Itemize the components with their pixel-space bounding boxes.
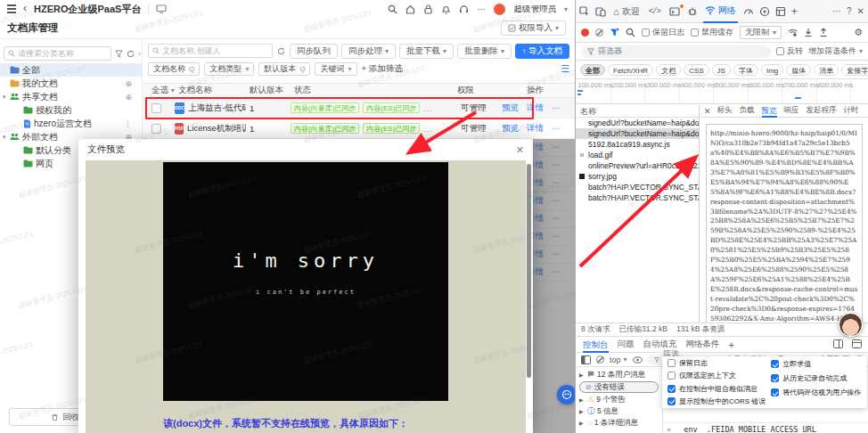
preview-content[interactable]: http://minio-hzero:9000/hz-haip/haip01/0…: [706, 124, 863, 323]
import-har-icon[interactable]: [804, 28, 813, 37]
console-setting-从历史记录自动完成[interactable]: 从历史记录自动完成: [771, 373, 862, 383]
console-setting-显示控制台中的CORS 错误[interactable]: 显示控制台中的CORS 错误: [667, 397, 766, 405]
assistant-avatar[interactable]: [839, 313, 863, 337]
filter-pill-文档类型[interactable]: 文档类型▾: [204, 62, 254, 76]
console-filter-没有错误[interactable]: ⊘没有错误: [579, 381, 659, 393]
checkbox[interactable]: [771, 374, 779, 382]
console-setting-在控制台中组合相似消息[interactable]: 在控制台中组合相似消息: [667, 385, 766, 393]
close-devtools-icon[interactable]: ✕: [857, 6, 864, 16]
toolbar-button-批量删除[interactable]: 批量删除▾: [457, 44, 512, 59]
more-filters-button[interactable]: 增加筛选条件▾: [808, 45, 863, 57]
export-har-icon[interactable]: [819, 28, 828, 37]
request-row[interactable]: 5192.8a1ca919.async.js: [576, 139, 699, 150]
detail-tab-预览[interactable]: 预览: [762, 105, 777, 118]
console-setting-立即求值[interactable]: 立即求值: [771, 359, 862, 369]
type-chip-全部[interactable]: 全部: [580, 64, 605, 76]
request-row[interactable]: batch?HAIP.VECTOR.SYNC_STATUS...: [576, 192, 699, 203]
invert-checkbox[interactable]: 反转: [776, 45, 803, 57]
network-settings-gear-icon[interactable]: ⚙: [854, 27, 863, 38]
type-chip-字体[interactable]: 字体: [733, 64, 758, 76]
user-name[interactable]: 超级管理员: [513, 4, 556, 15]
request-row[interactable]: batch?HAIP.VECTOR.SYNC_STATUS...: [576, 182, 699, 192]
row-checkbox[interactable]: [151, 124, 161, 134]
console-filter-9 个警告[interactable]: ▶⚠9 个警告: [576, 394, 662, 405]
application-icon[interactable]: [775, 6, 786, 17]
row-more-icon[interactable]: ⋯: [552, 102, 561, 114]
category-search-input[interactable]: 请搜索分类名称: [4, 46, 111, 61]
action-link-预览[interactable]: 预览: [502, 123, 519, 135]
headset-icon[interactable]: [459, 4, 469, 14]
sidebar-item-hzero运营文档[interactable]: hzero运营文档⋮: [0, 117, 143, 130]
modal-scrollbar[interactable]: [527, 164, 531, 378]
add-category-icon[interactable]: ⊕: [125, 93, 132, 102]
console-filter-5 信息[interactable]: ▶ⓘ5 信息: [576, 405, 662, 417]
detail-tab-标头[interactable]: 标头: [717, 105, 733, 118]
sidebar-item-全部[interactable]: 全部: [0, 63, 143, 77]
console-message[interactable]: ✕__env__.FEIDA_MOBILE_ACCESS_URL 'http:/…: [663, 422, 868, 433]
request-row[interactable]: onlinePreview?url=aHR0cDovL21p...: [576, 160, 699, 171]
tab-elements[interactable]: </>: [647, 0, 662, 23]
filter-pill-默认版本[interactable]: 默认版本Q: [258, 62, 310, 76]
collapse-icon[interactable]: ✕: [667, 425, 671, 433]
type-chip-媒体[interactable]: 媒体: [786, 64, 811, 76]
console-filter-12 条用户消息[interactable]: ▶12 条用户消息: [576, 369, 662, 380]
record-icon[interactable]: [581, 29, 589, 37]
expand-triangle-icon[interactable]: ▶: [579, 372, 585, 378]
type-chip-套接字[interactable]: 套接字: [841, 64, 868, 76]
refresh-icon[interactable]: [127, 50, 135, 58]
expand-triangle-icon[interactable]: ▶: [579, 408, 585, 414]
expand-triangle-icon[interactable]: ▶: [579, 420, 585, 426]
lock-icon[interactable]: [423, 4, 433, 14]
sidebar-item-共享文档[interactable]: ▾共享文档⊕: [0, 90, 143, 103]
table-row[interactable]: PDFLicense机制培训...1内容(向量库)已同步内容(ES)已同步...…: [143, 118, 575, 139]
tab-network[interactable]: 网络: [703, 0, 738, 23]
network-overview-timeline[interactable]: 100,000 ms200,000 ms300,000 ms400,000 ms…: [576, 79, 868, 104]
throttling-select[interactable]: 无限制▾: [740, 26, 782, 39]
console-setting-仅限选定的上下文[interactable]: 仅限选定的上下文: [667, 372, 766, 380]
home-icon[interactable]: [405, 4, 415, 14]
context-selector[interactable]: top▾: [610, 355, 627, 364]
add-filter-button[interactable]: + 添加筛选: [362, 63, 403, 75]
filter-toggle-icon[interactable]: [610, 28, 619, 37]
checkbox[interactable]: [771, 360, 779, 368]
checkbox[interactable]: [771, 388, 779, 396]
filter-pill-关键词[interactable]: 关键词▾: [315, 62, 356, 76]
help-icon[interactable]: ?: [847, 6, 852, 16]
inspect-icon[interactable]: [579, 6, 590, 17]
expand-triangle-icon[interactable]: ▶: [579, 396, 585, 403]
clear-icon[interactable]: [595, 29, 603, 37]
preserve-log-checkbox[interactable]: 保留日志: [642, 27, 684, 38]
assistant-float-button[interactable]: [557, 385, 577, 404]
drawer-tab-问题[interactable]: 问题: [618, 339, 635, 350]
add-drawer-tab-icon[interactable]: +: [729, 339, 734, 350]
detail-tab-负载[interactable]: 负载: [740, 105, 755, 118]
sidebar-item-授权我的[interactable]: 授权我的: [0, 103, 143, 117]
filter-icon[interactable]: [115, 50, 123, 58]
action-link-详情[interactable]: 详情: [527, 123, 544, 135]
request-list-header[interactable]: 名称: [576, 105, 699, 118]
filter-pill-文档名称[interactable]: 文档名称Q: [148, 62, 200, 76]
performance-icon[interactable]: [743, 6, 754, 17]
select-all-header[interactable]: 全选 ▾: [143, 85, 175, 96]
refresh-icon[interactable]: [277, 47, 285, 55]
live-expression-icon[interactable]: [633, 356, 643, 364]
type-chip-CSS[interactable]: CSS: [684, 64, 708, 76]
document-search-input[interactable]: 文档名称,创建人: [148, 44, 273, 58]
close-icon[interactable]: ✕: [516, 144, 524, 156]
more-icon[interactable]: ⋯: [477, 4, 486, 14]
expand-drawer-icon[interactable]: [852, 339, 862, 350]
more-actions-icon[interactable]: ⋮: [124, 119, 132, 128]
permission-import-button[interactable]: 权限导入 ▾: [501, 20, 566, 36]
type-chip-Img[interactable]: Img: [761, 64, 783, 76]
tab-console-icon[interactable]: [667, 0, 682, 23]
clear-console-icon[interactable]: [596, 355, 604, 364]
console-sidebar-toggle-icon[interactable]: [581, 355, 591, 364]
request-row[interactable]: sorry.jpg: [576, 171, 699, 182]
request-row[interactable]: signedUrl?bucketName=haip&do...: [576, 128, 699, 139]
add-tab-icon[interactable]: +: [791, 5, 798, 18]
drawer-tab-网络条件[interactable]: 网络条件: [686, 339, 720, 350]
type-chip-JS[interactable]: JS: [712, 64, 731, 76]
menu-icon[interactable]: [7, 8, 16, 10]
sidebar-item-我的文档[interactable]: 我的文档⊕: [0, 77, 143, 90]
list-view-icon[interactable]: ☰: [561, 63, 569, 75]
